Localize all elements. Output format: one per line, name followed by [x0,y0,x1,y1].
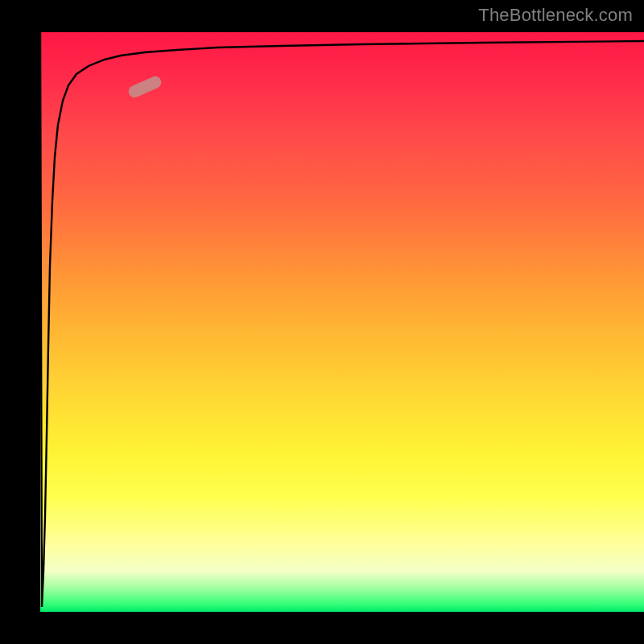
curve-marker [127,75,163,99]
svg-rect-0 [127,75,163,99]
bottleneck-curve [40,32,644,607]
curve-overlay [40,32,644,612]
chart-plot-area [40,32,644,612]
watermark-text: TheBottleneck.com [478,5,633,26]
